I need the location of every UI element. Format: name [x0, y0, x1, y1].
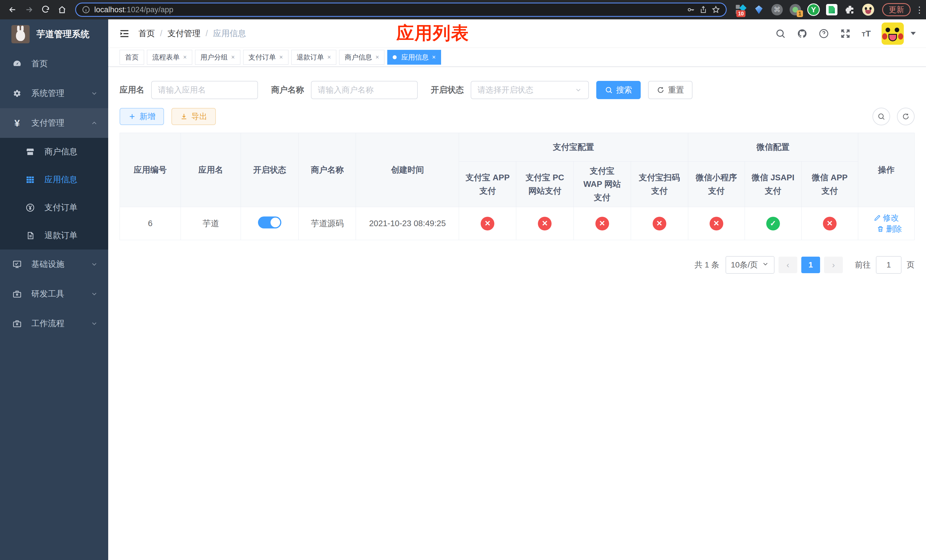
yen-circle-icon — [25, 203, 35, 212]
app-logo[interactable]: 芋道管理系统 — [0, 20, 108, 49]
browser-reload-button[interactable] — [38, 2, 53, 17]
col-wechat-mini: 微信小程序支付 — [688, 162, 744, 207]
prev-page-button[interactable]: ‹ — [779, 257, 797, 273]
collapse-sidebar-icon[interactable] — [118, 28, 130, 39]
col-wechat-app: 微信 APP 支付 — [801, 162, 858, 207]
sidebar-item-payment[interactable]: ¥ 支付管理 — [0, 108, 108, 138]
reset-button[interactable]: 重置 — [648, 81, 693, 99]
sidebar-item-refund-orders[interactable]: 退款订单 — [0, 222, 108, 250]
close-icon[interactable]: × — [327, 53, 331, 61]
alipay-qr-status-icon: ✕ — [653, 217, 666, 230]
grid-icon — [25, 175, 35, 185]
site-info-icon[interactable] — [82, 5, 90, 14]
tag-refund-orders[interactable]: 退款订单× — [291, 50, 337, 65]
app-title: 芋道管理系统 — [36, 28, 89, 40]
extension-docs-icon[interactable] — [823, 2, 840, 18]
col-merchant: 商户名称 — [299, 133, 356, 207]
avatar[interactable] — [882, 23, 904, 45]
close-icon[interactable]: × — [279, 53, 283, 61]
breadcrumb-payment[interactable]: 支付管理 — [168, 28, 200, 39]
password-key-icon[interactable] — [687, 5, 695, 14]
goto-label: 前往 — [855, 259, 871, 270]
tag-user-group[interactable]: 用户分组× — [195, 50, 240, 65]
delete-link[interactable]: 删除 — [877, 224, 902, 235]
sidebar-item-pay-orders[interactable]: 支付订单 — [0, 194, 108, 222]
browser-back-button[interactable] — [5, 2, 20, 17]
browser-menu-icon[interactable]: ⋮ — [915, 5, 921, 15]
url-path: :1024/pay/app — [125, 5, 173, 14]
font-size-icon[interactable]: TT — [862, 29, 871, 38]
briefcase-icon — [12, 289, 22, 299]
extension-tag-manager-icon[interactable]: 10 — [732, 2, 749, 18]
share-icon[interactable] — [699, 5, 708, 14]
merchant-name-input[interactable] — [311, 81, 418, 99]
extension-y-icon[interactable]: Y — [805, 2, 822, 18]
add-button[interactable]: 新增 — [120, 108, 164, 125]
sidebar-item-app-info[interactable]: 应用信息 — [0, 166, 108, 194]
browser-forward-button[interactable] — [22, 2, 36, 17]
table-tools — [873, 107, 915, 125]
tag-home[interactable]: 首页 — [120, 50, 144, 65]
col-alipay-app: 支付宝 APP 支付 — [459, 162, 516, 207]
browser-toolbar: localhost:1024/pay/app 10 ⌘ 1 Y 更新 ⋮ — [0, 0, 926, 20]
status-select[interactable]: 请选择开启状态 — [471, 81, 589, 99]
github-icon[interactable] — [797, 28, 808, 39]
breadcrumb-home[interactable]: 首页 — [138, 28, 155, 39]
tag-process-form[interactable]: 流程表单× — [147, 50, 192, 65]
browser-home-button[interactable] — [54, 2, 70, 17]
edit-link[interactable]: 修改 — [874, 212, 899, 223]
search-icon[interactable] — [775, 28, 786, 39]
status-toggle[interactable] — [258, 216, 281, 229]
page-unit-label: 页 — [906, 259, 915, 270]
dashboard-icon — [12, 59, 22, 69]
alipay-app-status-icon: ✕ — [481, 217, 494, 230]
sidebar-item-merchant-info[interactable]: 商户信息 — [0, 138, 108, 166]
cell-status — [241, 207, 299, 240]
fullscreen-icon[interactable] — [840, 28, 851, 39]
sidebar-item-home[interactable]: 首页 — [0, 49, 108, 79]
export-button[interactable]: 导出 — [171, 108, 216, 125]
next-page-button[interactable]: › — [824, 257, 843, 273]
refresh-button[interactable] — [897, 107, 915, 125]
tag-merchant-info[interactable]: 商户信息× — [339, 50, 384, 65]
app-name-input[interactable] — [151, 81, 258, 99]
sidebar-item-dev-tools[interactable]: 研发工具 — [0, 279, 108, 309]
sidebar: 芋道管理系统 首页 系统管理 ¥ 支付管理 商户信息 — [0, 20, 108, 560]
sidebar-item-infrastructure[interactable]: 基础设施 — [0, 250, 108, 279]
extension-command-icon[interactable]: ⌘ — [769, 2, 785, 18]
extension-gem-icon[interactable] — [750, 2, 767, 18]
tag-pay-orders[interactable]: 支付订单× — [243, 50, 289, 65]
goto-page-input[interactable] — [876, 256, 902, 274]
url-text: localhost:1024/pay/app — [94, 5, 682, 14]
address-bar[interactable]: localhost:1024/pay/app — [75, 3, 727, 17]
app-table: 应用编号 应用名 开启状态 商户名称 创建时间 支付宝配置 微信配置 操作 支付… — [120, 133, 915, 240]
main-area: 应用列表 首页 / 支付管理 / 应用信息 TT 首页 流程表单× — [108, 20, 926, 560]
search-button[interactable]: 搜索 — [596, 81, 641, 99]
col-alipay-wap: 支付宝 WAP 网站支付 — [573, 162, 631, 207]
col-create-time: 创建时间 — [356, 133, 459, 207]
avatar-caret-icon[interactable] — [911, 32, 916, 35]
bookmark-star-icon[interactable] — [711, 5, 720, 14]
page-number-1[interactable]: 1 — [801, 257, 820, 273]
close-icon[interactable]: × — [231, 53, 235, 61]
extension-badge-count: 10 — [736, 10, 746, 17]
cell-actions: 修改 删除 — [858, 207, 914, 240]
page-size-select[interactable]: 10条/页 — [726, 256, 775, 274]
extension-emoji-icon[interactable] — [860, 2, 876, 18]
tag-app-info[interactable]: 应用信息× — [387, 50, 441, 65]
extension-recorder-icon[interactable]: 1 — [787, 2, 803, 18]
close-icon[interactable]: × — [183, 53, 187, 61]
toggle-search-button[interactable] — [873, 107, 890, 125]
extension-badge-count-2: 1 — [797, 10, 803, 17]
help-icon[interactable] — [819, 28, 829, 39]
sidebar-item-system[interactable]: 系统管理 — [0, 79, 108, 108]
breadcrumb: 首页 / 支付管理 / 应用信息 — [138, 28, 246, 39]
close-icon[interactable]: × — [432, 53, 436, 61]
cell-app-id: 6 — [120, 207, 181, 240]
close-icon[interactable]: × — [375, 53, 379, 61]
extensions-puzzle-icon[interactable] — [842, 2, 858, 18]
browser-update-button[interactable]: 更新 — [882, 3, 911, 16]
sidebar-item-workflow[interactable]: 工作流程 — [0, 309, 108, 338]
chevron-up-icon — [91, 120, 98, 127]
col-group-alipay: 支付宝配置 — [459, 133, 688, 162]
